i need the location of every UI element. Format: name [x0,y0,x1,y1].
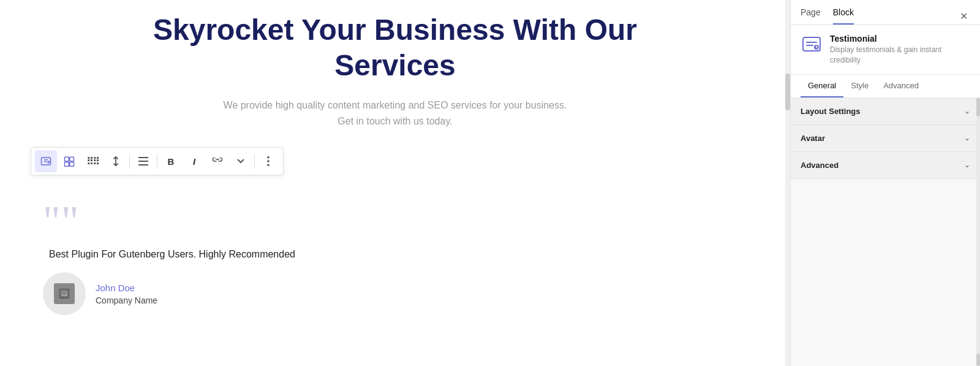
layout-settings-chevron: ⌄ [964,107,970,115]
page-title: Skyrocket Your Business With Our Service… [150,12,640,83]
align-button[interactable] [132,150,154,172]
author-company: Company Name [96,295,157,305]
drag-handle-button[interactable]: ⠿⠿ [81,150,104,172]
layout-settings-header[interactable]: Layout Settings ⌄ [791,98,980,124]
quote-marks: " " [43,200,295,243]
avatar-icon [54,283,75,304]
avatar-title: Avatar [801,134,825,143]
testimonial-text: Best Plugin For Gutenberg Users. Highly … [49,249,295,260]
svg-point-6 [267,156,270,159]
testimonial-author: John Doe Company Name [43,272,295,315]
italic-button[interactable]: I [183,150,205,172]
svg-rect-10 [61,291,68,295]
sub-tabs: General Style Advanced [791,75,980,98]
subtitle-line1: We provide high quality content marketin… [224,100,567,110]
panel-scrollbar-thumb-bottom [976,354,980,366]
author-info: John Doe Company Name [96,283,157,305]
svg-point-7 [267,161,270,163]
toolbar-divider-2 [157,154,157,169]
toolbar-divider-3 [254,154,255,169]
panel-tabs: Page Block [801,7,854,25]
svg-rect-3 [70,158,74,162]
move-up-down-button[interactable] [105,150,127,172]
layout-settings-section: Layout Settings ⌄ [791,98,980,125]
page-subtitle: We provide high quality content marketin… [224,97,567,129]
testimonial-block-icon-button[interactable] [35,150,57,172]
panel-scrollbar-thumb-top [976,98,980,116]
more-options-button[interactable] [257,150,279,172]
main-scrollbar-thumb [785,74,790,110]
svg-rect-4 [65,162,69,167]
panel-top: Page Block ✕ [791,0,980,25]
subtitle-line2: Get in touch with us today. [337,116,452,126]
general-sub-tab[interactable]: General [801,75,843,97]
italic-icon: I [193,156,195,167]
drag-icon: ⠿⠿ [86,156,99,167]
author-name: John Doe [96,283,157,293]
panel-scrollbar[interactable] [976,98,980,366]
advanced-section: Advanced ⌄ [791,152,980,179]
advanced-sub-tab[interactable]: Advanced [876,75,926,97]
main-content: Skyrocket Your Business With Our Service… [0,0,790,366]
bold-button[interactable]: B [160,150,182,172]
panel-close-button[interactable]: ✕ [957,8,970,25]
right-panel: Page Block ✕ Testimonial Display testimo… [790,0,980,366]
avatar-chevron: ⌄ [964,134,970,142]
toolbar-divider-1 [129,154,130,169]
block-icon-box [801,34,823,56]
author-avatar [43,272,86,315]
advanced-title: Advanced [801,161,839,170]
layout-settings-title: Layout Settings [801,107,861,116]
style-sub-tab[interactable]: Style [843,75,876,97]
link-button[interactable] [206,150,228,172]
panel-scroll-area: Layout Settings ⌄ Avatar ⌄ Advanced ⌄ [791,98,980,366]
block-info-desc: Display testimonials & gain instant cred… [830,45,970,66]
avatar-section: Avatar ⌄ [791,125,980,152]
avatar-header[interactable]: Avatar ⌄ [791,125,980,151]
svg-rect-5 [70,162,74,167]
svg-rect-2 [65,158,69,162]
block-tab[interactable]: Block [833,7,854,25]
add-block-button[interactable] [58,150,80,172]
page-tab[interactable]: Page [801,7,821,25]
dropdown-button[interactable] [230,150,252,172]
advanced-chevron: ⌄ [964,161,970,169]
bold-icon: B [168,156,175,167]
testimonial-block: " " Best Plugin For Gutenberg Users. Hig… [31,194,307,321]
block-icon [802,35,821,55]
block-info-text: Testimonial Display testimonials & gain … [830,34,970,66]
block-info-title: Testimonial [830,34,970,44]
block-info-section: Testimonial Display testimonials & gain … [791,25,980,75]
main-scrollbar[interactable] [785,0,790,366]
block-toolbar: ⠿⠿ B I [31,147,284,175]
svg-point-8 [267,164,270,167]
advanced-header[interactable]: Advanced ⌄ [791,152,980,178]
